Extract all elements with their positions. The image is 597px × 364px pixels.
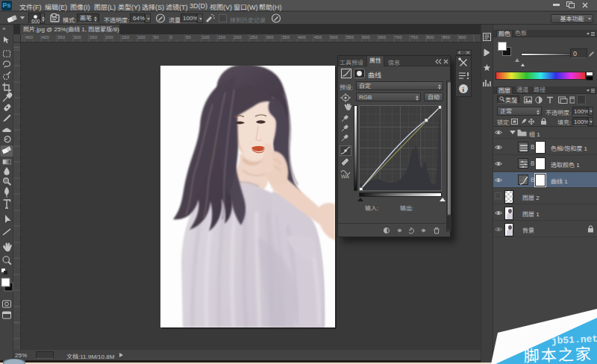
svg-text:WA: WA (341, 174, 349, 178)
